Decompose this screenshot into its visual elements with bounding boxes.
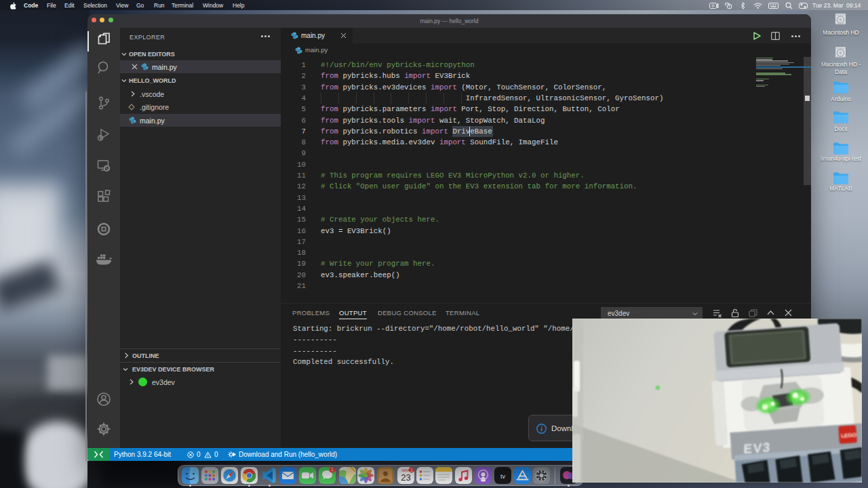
svg-text:1: 1 <box>331 467 334 472</box>
svg-text:tv: tv <box>500 473 506 480</box>
svg-text:LEGO: LEGO <box>841 432 856 439</box>
svg-text:1: 1 <box>410 468 413 472</box>
svg-text:23: 23 <box>401 472 410 483</box>
svg-text:!: ! <box>729 5 730 9</box>
